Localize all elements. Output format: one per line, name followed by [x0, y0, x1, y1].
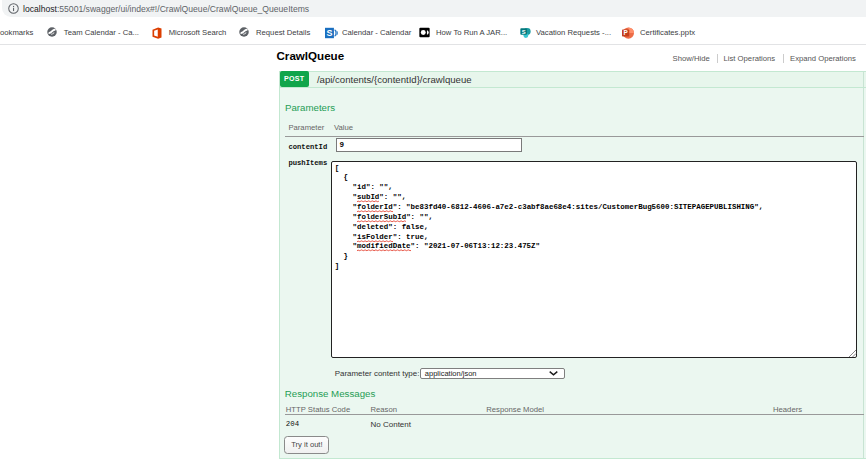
- svg-text:S: S: [521, 28, 525, 34]
- svg-text:S: S: [326, 28, 332, 38]
- svg-text:P: P: [623, 29, 628, 36]
